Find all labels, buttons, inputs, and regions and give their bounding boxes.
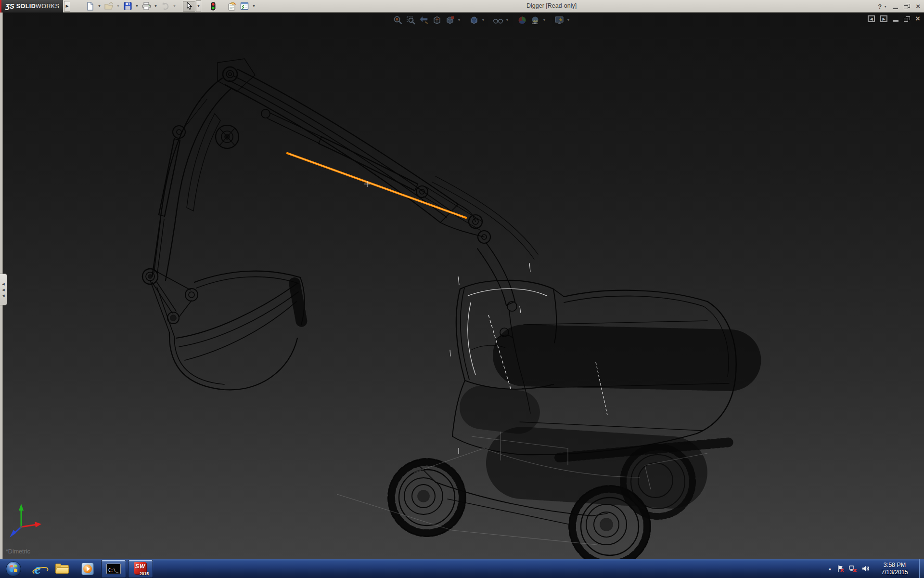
- document-window-controls: ◀ ▶ ×: [868, 15, 920, 22]
- titlebar-controls: ? ▼ ×: [878, 0, 920, 13]
- options-button[interactable]: [238, 1, 251, 12]
- action-center-flag-icon[interactable]: [836, 565, 845, 573]
- previous-view-icon: [419, 15, 429, 25]
- clock-time: 3:58 PM: [877, 562, 912, 569]
- tile-left-icon[interactable]: ◀: [868, 15, 875, 22]
- view-orientation-icon: [445, 15, 455, 25]
- minimize-button[interactable]: [893, 8, 898, 9]
- taskbar-clock[interactable]: 3:58 PM 7/13/2015: [877, 562, 912, 576]
- rebuild-traffic-light-button[interactable]: [207, 1, 219, 12]
- solidworks-logo-glyph: ƷS: [5, 2, 14, 10]
- show-hidden-icons-button[interactable]: ▲: [828, 566, 832, 571]
- clock-date: 7/13/2015: [877, 569, 912, 576]
- undo-icon: [161, 2, 169, 10]
- close-button[interactable]: ×: [916, 4, 920, 9]
- restore-button[interactable]: [904, 4, 910, 9]
- section-view-icon: [432, 15, 442, 25]
- save-button[interactable]: [121, 1, 134, 12]
- apply-scene-button[interactable]: [529, 14, 541, 26]
- options-dropdown[interactable]: ▼: [251, 1, 257, 12]
- windows-start-orb-icon: [5, 561, 22, 577]
- titlebar: ƷS SOLIDWORKS ▶ ▼ ▼: [0, 0, 924, 13]
- show-desktop-button[interactable]: [919, 559, 924, 578]
- hide-show-items-dropdown[interactable]: ▼: [505, 18, 510, 22]
- section-view-button[interactable]: [431, 14, 443, 26]
- new-document-dropdown[interactable]: ▼: [97, 1, 102, 12]
- display-style-icon: [469, 15, 479, 25]
- view-orientation-label: *Dimetric: [6, 548, 30, 555]
- edit-appearance-button[interactable]: [516, 14, 528, 26]
- zoom-to-fit-button[interactable]: [392, 14, 404, 26]
- taskbar-item-solidworks-2015[interactable]: SW 2015: [128, 560, 153, 578]
- folder-icon: [55, 564, 70, 574]
- document-restore-button[interactable]: [904, 16, 910, 22]
- panel-splitter-handle[interactable]: ◀ ◀ ◀: [0, 274, 7, 305]
- undo-dropdown[interactable]: ▼: [172, 1, 177, 12]
- window-title: Digger [Read-only]: [526, 2, 577, 9]
- taskbar-item-internet-explorer[interactable]: e: [25, 559, 50, 578]
- internet-explorer-icon: e: [34, 563, 40, 575]
- view-settings-dropdown[interactable]: ▼: [566, 18, 571, 22]
- left-boom-leg: [152, 78, 231, 280]
- options-icon: [240, 2, 249, 10]
- menu-expand-button[interactable]: ▶: [64, 1, 70, 12]
- save-dropdown[interactable]: ▼: [134, 1, 140, 12]
- open-document-button[interactable]: [103, 1, 115, 12]
- view-settings-icon: [554, 15, 564, 25]
- bucket-linkage: [142, 269, 198, 324]
- view-orientation-dropdown[interactable]: ▼: [457, 18, 462, 22]
- taskbar-item-command-prompt[interactable]: C:\_: [101, 560, 126, 578]
- help-dropdown[interactable]: ▼: [884, 5, 887, 8]
- appearance-ball-icon: [517, 15, 527, 25]
- headsup-view-toolbar: ▼ ▼ ▼: [392, 14, 571, 26]
- select-tool-dropdown[interactable]: ▼: [196, 0, 201, 12]
- solidworks-icon-letters: SW: [135, 563, 145, 570]
- view-settings-button[interactable]: [553, 14, 565, 26]
- taskbar-item-media-player[interactable]: [75, 559, 100, 578]
- command-prompt-icon-text: C:\_: [108, 568, 118, 573]
- previous-view-button[interactable]: [418, 14, 430, 26]
- select-tool-button[interactable]: [183, 1, 195, 12]
- solidworks-logo: ƷS SOLIDWORKS: [1, 0, 63, 13]
- display-style-button[interactable]: [468, 14, 480, 26]
- graphics-viewport[interactable]: ◀ ◀ ◀: [0, 13, 924, 559]
- save-icon: [124, 2, 132, 10]
- system-tray: ▲ 3:58 PM 7/13/2015: [828, 559, 924, 578]
- open-document-icon: [104, 2, 114, 10]
- start-button[interactable]: [2, 559, 25, 578]
- network-disconnected-icon[interactable]: [849, 565, 857, 573]
- print-button[interactable]: [140, 1, 153, 12]
- apply-scene-dropdown[interactable]: ▼: [542, 18, 547, 22]
- file-properties-icon: [227, 2, 236, 11]
- traffic-light-icon: [211, 2, 216, 11]
- grille-hatching: [481, 355, 732, 473]
- file-properties-button[interactable]: [225, 1, 238, 12]
- hide-show-items-button[interactable]: [492, 14, 504, 26]
- document-close-button[interactable]: ×: [915, 16, 920, 22]
- select-cursor-icon: [186, 2, 192, 10]
- open-document-dropdown[interactable]: ▼: [116, 1, 121, 12]
- model-canvas[interactable]: [0, 13, 924, 559]
- zoom-to-area-button[interactable]: [405, 14, 417, 26]
- tile-right-icon[interactable]: ▶: [880, 15, 887, 22]
- view-orientation-button[interactable]: [444, 14, 456, 26]
- reference-triad: [8, 502, 42, 539]
- bucket: [150, 271, 305, 390]
- elbow-joint: [440, 204, 490, 243]
- taskbar: e C:\_ SW 2015 ▲: [0, 559, 924, 578]
- collapse-arrow-icon: ◀: [2, 289, 4, 291]
- main-toolbar: ▼ ▼ ▼ ▼: [84, 0, 257, 12]
- help-icon[interactable]: ?: [878, 3, 882, 10]
- zoom-to-area-icon: [406, 15, 416, 25]
- document-minimize-button[interactable]: [893, 20, 898, 22]
- undo-button[interactable]: [159, 1, 171, 12]
- taskbar-item-windows-explorer[interactable]: [50, 559, 75, 578]
- print-icon: [142, 2, 151, 10]
- new-document-button[interactable]: [84, 1, 96, 12]
- apply-scene-icon: [530, 15, 540, 25]
- solidworks-icon-year: 2015: [140, 571, 149, 576]
- display-style-dropdown[interactable]: ▼: [481, 18, 486, 22]
- print-dropdown[interactable]: ▼: [153, 1, 158, 12]
- wheel-front-left: [388, 459, 465, 536]
- volume-speaker-icon[interactable]: [861, 565, 870, 573]
